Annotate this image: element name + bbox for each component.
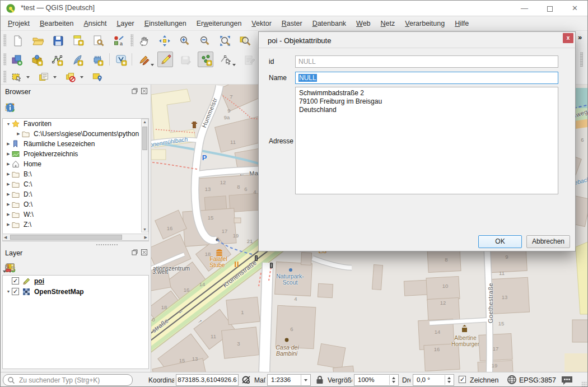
style-manager-button[interactable]: a [110, 32, 126, 48]
coordinate-value[interactable]: 873185.3,6104926.6 [176, 374, 239, 386]
menu-item-vektor[interactable]: Vektor [246, 17, 276, 30]
zoom-in-button[interactable] [176, 32, 192, 48]
menu-item-ansicht[interactable]: Ansicht [78, 17, 111, 30]
cancel-button[interactable]: Abbrechen [526, 235, 570, 248]
new-spatialite-layer-button[interactable] [69, 52, 85, 67]
toolbar-grip[interactable] [3, 53, 6, 66]
expander-closed-icon[interactable]: ▶ [5, 202, 12, 207]
browser-item-z-[interactable]: ▶Z:\ [3, 220, 148, 230]
close-button[interactable]: ✕ [562, 1, 587, 16]
browser-item-c-[interactable]: ▶C:\ [3, 179, 148, 189]
menu-item-layer[interactable]: Layer [111, 17, 139, 30]
toolbar-extension-button[interactable]: » [578, 33, 582, 41]
toolbar-grip[interactable] [3, 71, 6, 83]
search-input[interactable] [18, 375, 129, 385]
toggle-editing-button[interactable] [157, 52, 173, 67]
layout-manager-button[interactable] [90, 32, 106, 48]
new-shapefile-layer-button[interactable] [49, 52, 64, 67]
browser-vscrollbar[interactable]: ▲ ▼ [141, 119, 148, 232]
browser-item-d-[interactable]: ▶D:\ [3, 189, 148, 199]
scroll-left-icon[interactable]: ◀ [4, 235, 7, 240]
expander-closed-icon[interactable]: ▶ [15, 132, 22, 136]
float-panel-icon[interactable] [132, 88, 138, 94]
dialog-close-button[interactable]: x [563, 33, 573, 43]
new-virtual-layer-button[interactable] [113, 52, 128, 67]
menu-item-hilfe[interactable]: Hilfe [450, 17, 474, 30]
select-by-form-button[interactable] [36, 70, 50, 83]
spin-down-icon[interactable] [392, 381, 395, 383]
pan-map-button[interactable] [136, 32, 152, 48]
scroll-right-icon[interactable]: ▶ [144, 235, 147, 240]
toolbar-grip[interactable] [580, 52, 583, 67]
select-by-form-dropdown[interactable] [53, 76, 57, 78]
scroll-down-icon[interactable]: ▼ [143, 227, 147, 231]
current-edits-button[interactable] [136, 52, 152, 67]
browser-item-o-[interactable]: ▶O:\ [3, 199, 148, 209]
browser-item-b-[interactable]: ▶B:\ [3, 169, 148, 179]
menu-item-erweiterungen[interactable]: Erweiterungen [192, 17, 247, 30]
pan-to-selection-button[interactable] [156, 32, 172, 48]
save-project-button[interactable] [50, 32, 66, 48]
zoom-out-button[interactable] [197, 32, 212, 48]
new-project-button[interactable] [10, 32, 25, 48]
expander-closed-icon[interactable]: ▶ [5, 192, 12, 197]
menu-item-netz[interactable]: Netz [376, 17, 400, 30]
browser-item-projektverzeichnis[interactable]: ▶Projektverzeichnis [3, 149, 148, 159]
menu-item-bearbeiten[interactable]: Bearbeiten [35, 17, 78, 30]
expander-closed-icon[interactable]: ▶ [5, 152, 12, 156]
browser-item-r-umliche-lesezeichen[interactable]: ▶Räumliche Lesezeichen [3, 139, 148, 149]
new-print-layout-button[interactable] [70, 32, 86, 48]
close-panel-icon[interactable] [141, 249, 147, 255]
spin-up-icon[interactable] [392, 377, 395, 379]
minimize-button[interactable]: — [512, 1, 537, 16]
adresse-field[interactable]: Schwimmbadstraße 2 79100 Freiburg im Bre… [295, 87, 558, 194]
zoom-full-button[interactable] [217, 32, 232, 48]
close-panel-icon[interactable] [141, 88, 147, 94]
scroll-up-icon[interactable]: ▲ [143, 120, 147, 124]
select-features-button[interactable] [10, 70, 23, 83]
scale-dropdown-icon[interactable] [304, 379, 307, 381]
menu-item-datenbank[interactable]: Datenbank [307, 17, 351, 30]
expander-closed-icon[interactable]: ▶ [5, 212, 12, 217]
lock-scale-icon[interactable] [315, 375, 324, 385]
magnifier-spinbox[interactable]: 100% [354, 374, 399, 386]
crs-status[interactable]: EPSG:3857 [519, 376, 556, 384]
layer-visibility-checkbox[interactable]: ✓ [12, 288, 19, 295]
scale-combobox[interactable]: 1:2336 [267, 374, 311, 386]
data-source-manager-button[interactable] [8, 52, 24, 67]
name-field[interactable]: NULL [295, 72, 558, 84]
expander-closed-icon[interactable]: ▶ [5, 182, 12, 186]
toolbar-grip[interactable] [3, 34, 6, 46]
browser-item-w-[interactable]: ▶W:\ [3, 209, 148, 220]
resize-grip[interactable] [581, 381, 587, 387]
messages-icon[interactable] [561, 375, 573, 385]
spin-down-icon[interactable] [447, 381, 451, 383]
deselect-features-button[interactable] [63, 70, 77, 83]
layer-item-poi[interactable]: ✓poi [3, 276, 148, 286]
browser-hscrollbar[interactable]: ◀ ▶ [2, 234, 149, 241]
vertex-tool-dropdown[interactable] [232, 64, 236, 66]
toolbar-grip[interactable] [130, 34, 133, 46]
current-edits-dropdown[interactable] [151, 64, 154, 66]
expander-closed-icon[interactable]: ▶ [5, 162, 12, 166]
browser-item-home[interactable]: ▶Home [3, 159, 148, 169]
menu-item-einstellungen[interactable]: Einstellungen [139, 17, 192, 30]
new-temporary-scratch-layer-button[interactable] [89, 52, 105, 67]
remove-layer-button[interactable] [3, 260, 16, 274]
expander-closed-icon[interactable]: ▶ [5, 222, 12, 227]
rotation-spinbox[interactable]: 0,0 ° [413, 374, 454, 386]
add-point-feature-button[interactable] [198, 52, 213, 67]
menu-item-verarbeitung[interactable]: Verarbeitung [400, 17, 450, 30]
browser-item-favoriten[interactable]: ▼Favoriten [3, 119, 148, 129]
vertex-tool-button[interactable] [218, 52, 234, 67]
menu-item-web[interactable]: Web [351, 17, 375, 30]
extent-toggle-icon[interactable] [241, 375, 252, 385]
zoom-to-layer-button[interactable] [237, 32, 253, 48]
select-features-dropdown[interactable] [26, 76, 30, 78]
menu-item-projekt[interactable]: Projekt [3, 17, 35, 30]
layer-visibility-checkbox[interactable]: ✓ [12, 277, 19, 285]
expander-open-icon[interactable]: ▼ [5, 122, 12, 126]
render-checkbox[interactable]: ✓ [459, 376, 466, 383]
select-by-location-button[interactable] [90, 70, 104, 83]
open-project-button[interactable] [30, 32, 45, 48]
